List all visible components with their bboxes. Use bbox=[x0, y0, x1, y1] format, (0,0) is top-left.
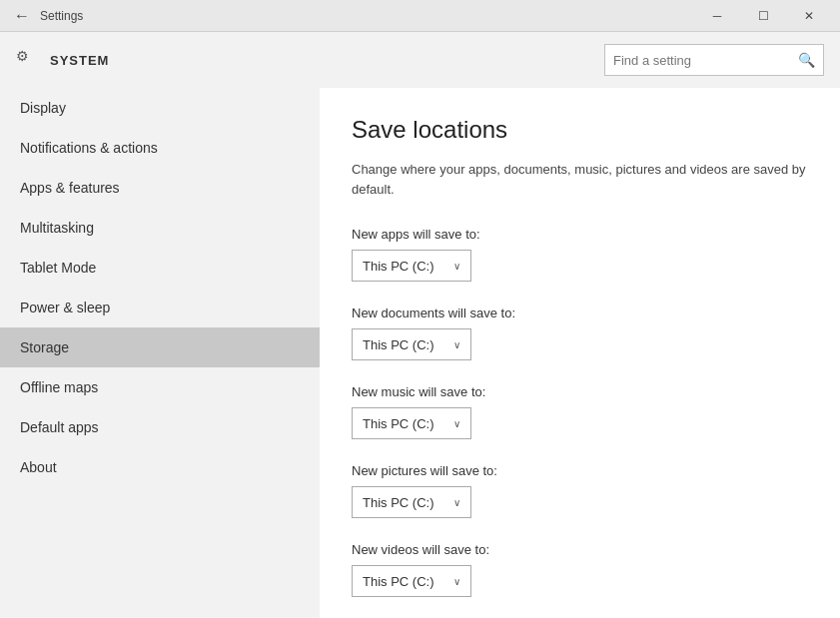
sidebar: DisplayNotifications & actionsApps & fea… bbox=[0, 88, 320, 618]
chevron-down-icon-4: ∨ bbox=[453, 576, 460, 587]
setting-label-4: New videos will save to: bbox=[352, 542, 808, 557]
title-bar: ← Settings ─ ☐ ✕ bbox=[0, 0, 840, 32]
sidebar-item-default-apps[interactable]: Default apps bbox=[0, 407, 320, 447]
setting-label-2: New music will save to: bbox=[352, 384, 808, 399]
dropdown-0[interactable]: This PC (C:)∨ bbox=[352, 250, 471, 282]
dropdown-value-2: This PC (C:) bbox=[363, 416, 434, 431]
dropdown-1[interactable]: This PC (C:)∨ bbox=[352, 328, 471, 360]
sidebar-item-power-sleep[interactable]: Power & sleep bbox=[0, 288, 320, 327]
chevron-down-icon-0: ∨ bbox=[453, 261, 460, 272]
setting-group-2: New music will save to:This PC (C:)∨ bbox=[352, 384, 808, 439]
content-area: DisplayNotifications & actionsApps & fea… bbox=[0, 88, 840, 618]
chevron-down-icon-2: ∨ bbox=[453, 418, 460, 429]
setting-group-1: New documents will save to:This PC (C:)∨ bbox=[352, 306, 808, 360]
search-box: 🔍 bbox=[604, 44, 824, 76]
dropdown-value-3: This PC (C:) bbox=[363, 495, 434, 510]
dropdown-3[interactable]: This PC (C:)∨ bbox=[352, 486, 471, 518]
search-icon: 🔍 bbox=[798, 52, 815, 68]
maximize-button[interactable]: ☐ bbox=[740, 0, 786, 32]
dropdown-value-1: This PC (C:) bbox=[363, 337, 434, 352]
dropdown-value-0: This PC (C:) bbox=[363, 259, 434, 274]
chevron-down-icon-1: ∨ bbox=[453, 339, 460, 350]
setting-group-4: New videos will save to:This PC (C:)∨ bbox=[352, 542, 808, 597]
setting-group-0: New apps will save to:This PC (C:)∨ bbox=[352, 227, 808, 282]
sidebar-item-display[interactable]: Display bbox=[0, 88, 320, 128]
setting-label-1: New documents will save to: bbox=[352, 306, 808, 320]
system-icon: ⚙ bbox=[16, 48, 40, 72]
setting-label-3: New pictures will save to: bbox=[352, 463, 808, 478]
chevron-down-icon-3: ∨ bbox=[453, 497, 460, 508]
sidebar-item-about[interactable]: About bbox=[0, 447, 320, 487]
back-button[interactable]: ← bbox=[8, 2, 36, 30]
setting-group-3: New pictures will save to:This PC (C:)∨ bbox=[352, 463, 808, 518]
page-description: Change where your apps, documents, music… bbox=[352, 160, 808, 199]
minimize-button[interactable]: ─ bbox=[694, 0, 740, 32]
settings-container: New apps will save to:This PC (C:)∨New d… bbox=[352, 227, 808, 597]
sidebar-item-offline-maps[interactable]: Offline maps bbox=[0, 367, 320, 407]
close-button[interactable]: ✕ bbox=[786, 0, 832, 32]
sidebar-item-notifications-actions[interactable]: Notifications & actions bbox=[0, 128, 320, 168]
system-header: ⚙ SYSTEM 🔍 bbox=[0, 32, 840, 88]
dropdown-2[interactable]: This PC (C:)∨ bbox=[352, 407, 471, 439]
sidebar-item-tablet-mode[interactable]: Tablet Mode bbox=[0, 248, 320, 288]
sidebar-item-multitasking[interactable]: Multitasking bbox=[0, 208, 320, 248]
window-title: Settings bbox=[40, 9, 694, 23]
sidebar-item-apps-features[interactable]: Apps & features bbox=[0, 168, 320, 208]
system-title: SYSTEM bbox=[50, 53, 604, 68]
window-controls: ─ ☐ ✕ bbox=[694, 0, 832, 32]
dropdown-4[interactable]: This PC (C:)∨ bbox=[352, 565, 471, 597]
search-input[interactable] bbox=[613, 53, 798, 68]
main-content: Save locations Change where your apps, d… bbox=[320, 88, 840, 618]
setting-label-0: New apps will save to: bbox=[352, 227, 808, 242]
dropdown-value-4: This PC (C:) bbox=[363, 574, 434, 589]
page-title: Save locations bbox=[352, 116, 808, 144]
sidebar-item-storage[interactable]: Storage bbox=[0, 327, 320, 367]
